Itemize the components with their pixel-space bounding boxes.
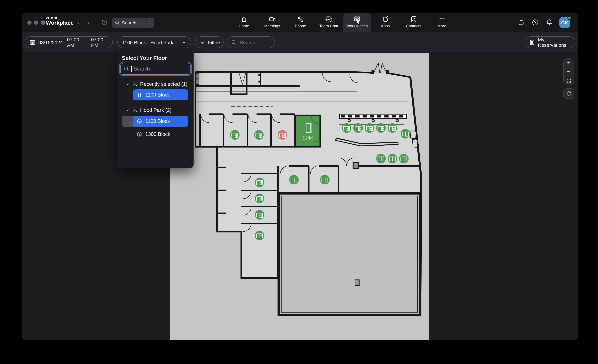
layers-icon <box>137 132 142 137</box>
date-time-picker[interactable]: 08/19/2024 07:00 AM - 07:00 PM <box>25 36 113 48</box>
time-dash: - <box>86 40 88 45</box>
desk-marker-available[interactable] <box>388 154 397 164</box>
back-chevron-icon[interactable]: ‹ <box>77 19 79 26</box>
floor-item-1300-block[interactable]: 1300 Block <box>133 129 188 140</box>
map-zoom-controls: + − <box>563 58 574 85</box>
titlebar-right: CK <box>517 13 570 32</box>
desk-marker-available[interactable] <box>353 123 363 133</box>
room-label: 1144 <box>302 135 313 141</box>
tab-label: Contacts <box>406 24 421 28</box>
big-room <box>279 193 420 315</box>
desk-marker-available[interactable] <box>399 154 409 164</box>
desk-marker-available[interactable] <box>365 123 374 133</box>
help-icon[interactable] <box>531 18 539 26</box>
tab-label: Apps <box>381 24 390 28</box>
search-shortcut: ⌘F <box>144 20 151 25</box>
section-hood-park[interactable]: Hood Park (2) <box>117 105 193 115</box>
zoom-in-button[interactable]: + <box>564 58 574 67</box>
desk-marker-available[interactable] <box>388 123 397 133</box>
tab-team-chat[interactable]: Team Chat <box>315 13 343 34</box>
zoom-out-button[interactable]: − <box>564 67 574 76</box>
my-reservations-label: My Reservations <box>538 37 570 48</box>
time-start: 07:00 AM <box>67 37 83 48</box>
avatar-initials: CK <box>561 20 568 25</box>
section-recently-selected[interactable]: Recently selected (1) <box>117 79 193 89</box>
toolbar-search[interactable] <box>226 36 275 48</box>
zoom-out-glyph: − <box>567 68 570 75</box>
section-label: Hood Park (2) <box>140 107 171 113</box>
floor-item-label: 1300 Block <box>145 131 170 137</box>
desk-marker-available[interactable] <box>255 210 264 220</box>
reservations-list-icon <box>529 40 535 45</box>
forward-chevron-icon[interactable]: › <box>87 19 90 26</box>
tab-label: Phone <box>295 24 306 28</box>
room-1144[interactable]: 1144 <box>295 115 320 147</box>
fullscreen-button[interactable] <box>564 76 574 85</box>
time-end: 07:00 PM <box>91 37 108 48</box>
global-search-button[interactable]: Search ⌘F <box>112 17 154 28</box>
ellipsis-icon <box>438 16 445 23</box>
floor-map[interactable]: 1144 <box>170 53 429 340</box>
tab-contacts[interactable]: Contacts <box>399 13 428 34</box>
tab-more[interactable]: More <box>428 13 456 34</box>
filters-label: Filters <box>208 40 221 45</box>
contacts-icon <box>410 16 417 23</box>
desk-marker-available[interactable] <box>289 175 299 184</box>
desk-marker-available[interactable] <box>376 154 386 164</box>
connect-device-icon[interactable] <box>517 18 525 26</box>
floor-search-input[interactable] <box>133 66 179 72</box>
floor-item-1100-block[interactable]: 1100 Block <box>133 116 188 127</box>
home-icon <box>240 16 248 23</box>
history-icon[interactable] <box>101 19 108 27</box>
desk-marker-available[interactable] <box>255 177 264 187</box>
apps-icon <box>382 16 389 23</box>
text-caret <box>131 66 132 72</box>
toolbar-search-input[interactable] <box>239 39 268 45</box>
desk-marker-available[interactable] <box>254 130 264 140</box>
window-close-button[interactable] <box>27 20 32 25</box>
tab-label: More <box>437 24 446 28</box>
tab-label: Meetings <box>264 24 280 28</box>
filters-button[interactable]: Filters <box>195 36 224 48</box>
notifications-bell-icon[interactable] <box>545 18 553 26</box>
desk-marker-available[interactable] <box>376 123 386 133</box>
map-refresh-button[interactable] <box>563 88 574 99</box>
tab-phone[interactable]: Phone <box>286 13 315 34</box>
layers-icon <box>137 92 142 98</box>
desk-marker-available[interactable] <box>342 123 351 133</box>
logo-workplace: Workplace <box>46 20 74 26</box>
titlebar: zoom Workplace ‹ › Search ⌘F Home <box>22 13 578 32</box>
presence-dot <box>567 16 571 20</box>
avatar[interactable]: CK <box>559 17 570 28</box>
desk-marker-available[interactable] <box>400 129 410 139</box>
workspaces-content: 1144 <box>22 53 578 340</box>
screen: zoom Workplace ‹ › Search ⌘F Home <box>0 0 598 364</box>
window-zoom-button[interactable] <box>41 20 45 25</box>
building-icon <box>132 108 137 113</box>
search-icon <box>115 20 120 25</box>
desk-marker-available[interactable] <box>255 194 264 203</box>
floor-item-label: 1100 Block <box>145 92 170 98</box>
tab-apps[interactable]: Apps <box>371 13 399 34</box>
chevron-down-icon <box>126 108 130 112</box>
tab-meetings[interactable]: Meetings <box>258 13 286 34</box>
floor-selector-dropdown[interactable]: 1100 Block - Hood Park <box>117 36 191 48</box>
tab-label: Team Chat <box>319 24 338 28</box>
chat-icon <box>325 16 332 23</box>
app-logo: zoom Workplace <box>46 16 74 26</box>
floorplan-svg: 1144 <box>170 53 429 340</box>
mouse-cursor <box>357 19 361 26</box>
desk-marker-unavailable[interactable] <box>278 130 287 140</box>
tab-home[interactable]: Home <box>230 13 258 34</box>
desk-marker-available[interactable] <box>255 231 264 240</box>
floor-item-1100-block-recent[interactable]: 1100 Block <box>133 89 188 100</box>
desk-marker-available[interactable] <box>230 130 240 140</box>
tab-label: Home <box>239 24 249 28</box>
calendar-icon <box>30 39 35 45</box>
desk-marker-available[interactable] <box>320 175 330 184</box>
my-reservations-button[interactable]: My Reservations <box>524 36 575 48</box>
window-minimize-button[interactable] <box>34 20 38 25</box>
layers-icon <box>137 119 142 124</box>
filter-icon <box>200 40 205 45</box>
floor-search-field[interactable] <box>120 63 191 75</box>
